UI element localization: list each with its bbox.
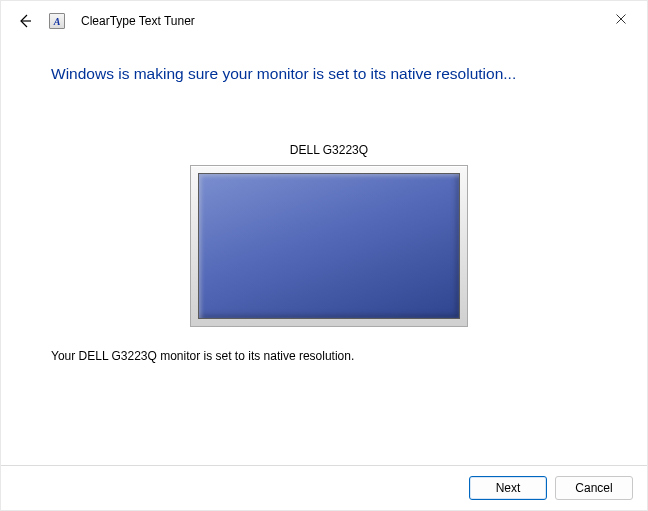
monitor-screen bbox=[198, 173, 460, 319]
window-header: A ClearType Text Tuner bbox=[1, 1, 647, 39]
page-heading: Windows is making sure your monitor is s… bbox=[51, 65, 607, 83]
app-icon: A bbox=[49, 13, 65, 29]
window-title: ClearType Text Tuner bbox=[81, 14, 195, 28]
next-button[interactable]: Next bbox=[469, 476, 547, 500]
cancel-button[interactable]: Cancel bbox=[555, 476, 633, 500]
monitor-frame bbox=[190, 165, 468, 327]
close-icon bbox=[616, 14, 626, 24]
back-arrow-icon bbox=[17, 13, 33, 29]
close-button[interactable] bbox=[601, 5, 641, 33]
back-button[interactable] bbox=[15, 11, 35, 31]
footer-bar: Next Cancel bbox=[1, 465, 647, 510]
monitor-preview-block: DELL G3223Q Your DELL G3223Q monitor is … bbox=[51, 143, 607, 363]
monitor-name-label: DELL G3223Q bbox=[51, 143, 607, 157]
resolution-status-text: Your DELL G3223Q monitor is set to its n… bbox=[51, 349, 607, 363]
content-area: Windows is making sure your monitor is s… bbox=[1, 39, 647, 363]
